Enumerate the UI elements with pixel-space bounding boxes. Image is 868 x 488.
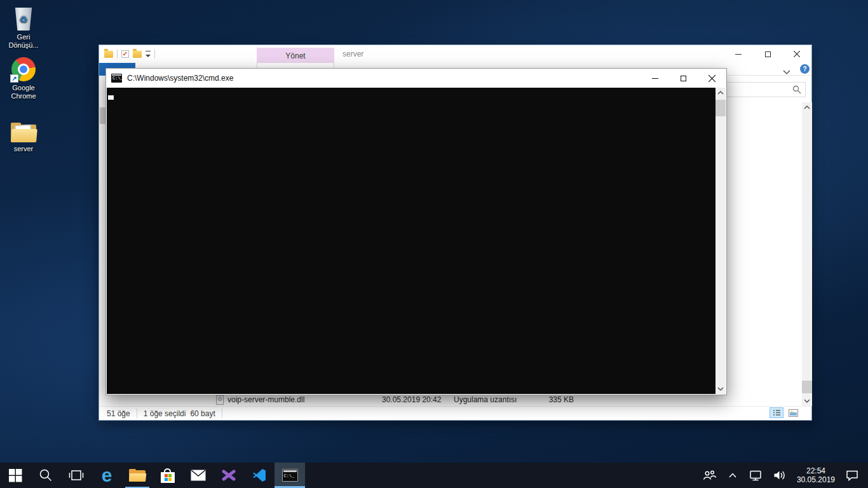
minimize-icon — [652, 78, 658, 79]
explorer-titlebar[interactable]: ✓ Yönet server — [99, 45, 811, 63]
cmd-icon: C:\_ — [111, 74, 122, 83]
file-row[interactable]: voip-server-mumble.dll 30.05.2019 20:42 … — [106, 395, 801, 406]
taskbar-visual-studio-button[interactable] — [214, 463, 244, 488]
recycle-bin-icon: ♻ — [14, 8, 33, 30]
explorer-window-title: server — [342, 50, 363, 58]
thumbnail-view-icon — [789, 409, 798, 417]
vscode-icon — [252, 468, 267, 483]
properties-icon[interactable]: ✓ — [121, 50, 129, 58]
folder-icon — [11, 123, 36, 142]
people-icon — [703, 469, 717, 482]
cmd-title: C:\Windows\system32\cmd.exe — [127, 74, 233, 83]
network-button[interactable] — [746, 463, 765, 488]
cmd-minimize-button[interactable] — [641, 69, 669, 88]
explorer-scrollbar[interactable] — [802, 102, 812, 406]
taskbar-explorer-button[interactable] — [122, 463, 153, 488]
scrollbar-thumb[interactable] — [802, 381, 812, 393]
chrome-icon: ↗ — [11, 57, 36, 81]
system-tray: 22:54 30.05.2019 — [700, 463, 868, 488]
window-folder-icon — [104, 51, 113, 58]
desktop-icon-recycle-bin[interactable]: ♻ Geri Dönüşü... — [3, 5, 44, 50]
help-icon[interactable]: ? — [800, 64, 810, 74]
file-type: Uygulama uzantısı — [454, 395, 517, 404]
taskbar: e — [0, 463, 868, 488]
shortcut-arrow-icon: ↗ — [10, 74, 18, 83]
explorer-minimize-button[interactable] — [724, 45, 753, 63]
scroll-up-icon[interactable] — [715, 88, 726, 98]
details-view-icon — [773, 409, 781, 416]
file-date: 30.05.2019 20:42 — [382, 395, 441, 404]
customize-qat-dropdown-icon[interactable] — [146, 51, 151, 57]
status-item-count: 51 öğe — [107, 409, 130, 418]
explorer-close-button[interactable] — [782, 45, 811, 63]
minimize-icon — [735, 54, 742, 55]
cmd-titlebar[interactable]: C:\_ C:\Windows\system32\cmd.exe — [106, 69, 726, 88]
icon-label: Geri Dönüşü... — [3, 33, 44, 50]
taskbar-mail-button[interactable] — [183, 463, 214, 488]
scroll-up-icon[interactable] — [802, 102, 812, 112]
console-output[interactable] — [107, 88, 715, 394]
console-cursor — [108, 95, 114, 100]
taskbar-edge-button[interactable]: e — [92, 463, 122, 488]
nav-scrollbar-thumb[interactable] — [100, 107, 105, 124]
explorer-statusbar: 51 öğe 1 öğe seçildi 60 bayt — [99, 406, 811, 420]
volume-button[interactable] — [770, 463, 789, 488]
ribbon-collapse-icon[interactable] — [783, 66, 790, 78]
cmd-close-button[interactable] — [698, 69, 726, 88]
cmd-icon: C:\_ — [282, 469, 298, 482]
file-explorer-icon — [129, 469, 146, 482]
thumbnail-view-button[interactable] — [786, 407, 800, 418]
recycle-symbol: ♻ — [19, 14, 27, 25]
windows-logo-icon — [8, 468, 22, 482]
explorer-maximize-button[interactable] — [753, 45, 782, 63]
file-size: 335 KB — [538, 395, 574, 404]
taskbar-search-button[interactable] — [31, 463, 61, 488]
scrollbar-thumb[interactable] — [715, 100, 726, 116]
new-folder-icon[interactable] — [133, 51, 142, 58]
cmd-maximize-button[interactable] — [669, 69, 698, 88]
search-icon — [39, 468, 53, 482]
clock-time: 22:54 — [797, 466, 835, 475]
desktop-icon-google-chrome[interactable]: ↗ Google Chrome — [3, 56, 44, 100]
cmd-window: C:\_ C:\Windows\system32\cmd.exe — [105, 68, 727, 395]
icon-label: server — [3, 145, 44, 153]
close-icon — [794, 51, 800, 57]
start-button[interactable] — [0, 463, 31, 488]
desktop: ♻ Geri Dönüşü... ↗ Google Chrome ser — [0, 0, 868, 488]
task-view-button[interactable] — [61, 463, 92, 488]
mail-icon — [191, 470, 206, 481]
visual-studio-icon — [221, 468, 236, 483]
people-button[interactable] — [700, 463, 719, 488]
tab-manage[interactable]: Yönet — [257, 48, 334, 64]
file-name: voip-server-mumble.dll — [227, 395, 304, 404]
taskbar-cmd-button[interactable]: C:\_ — [275, 463, 305, 488]
edge-icon: e — [102, 466, 112, 485]
taskbar-clock[interactable]: 22:54 30.05.2019 — [794, 466, 837, 484]
microsoft-store-icon — [161, 472, 175, 483]
network-icon — [749, 469, 763, 482]
tray-overflow-button[interactable] — [724, 463, 741, 488]
taskbar-vscode-button[interactable] — [244, 463, 275, 488]
details-view-button[interactable] — [770, 407, 783, 418]
quick-access-toolbar: ✓ — [99, 50, 155, 58]
dll-file-icon — [216, 395, 224, 405]
scroll-down-icon[interactable] — [802, 396, 812, 406]
search-icon — [792, 85, 801, 94]
action-center-button[interactable] — [843, 463, 862, 488]
task-view-icon — [69, 468, 84, 482]
status-selected-size: 60 bayt — [190, 409, 215, 418]
notification-icon — [845, 469, 859, 482]
clock-date: 30.05.2019 — [797, 475, 835, 484]
taskbar-store-button[interactable] — [153, 463, 183, 488]
desktop-icon-server-folder[interactable]: server — [3, 117, 44, 153]
volume-icon — [773, 469, 787, 482]
chevron-up-icon — [727, 470, 738, 481]
cmd-scrollbar[interactable] — [715, 88, 726, 394]
maximize-icon — [765, 51, 771, 57]
scroll-down-icon[interactable] — [715, 384, 726, 394]
icon-label: Google Chrome — [3, 84, 44, 100]
status-selected: 1 öğe seçildi — [144, 409, 186, 418]
close-icon — [709, 75, 715, 82]
maximize-icon — [681, 76, 686, 81]
